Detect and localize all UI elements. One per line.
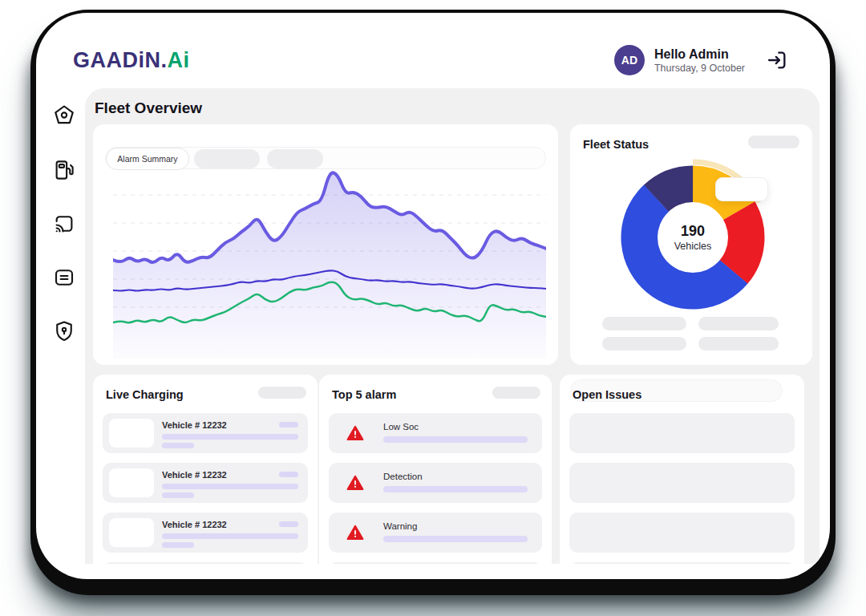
sidebar-item-home-icon[interactable]: [50, 101, 79, 130]
warning-triangle-icon: [346, 474, 364, 492]
tablet-frame: GAADiN.Ai AD Hello Admin Thursday, 9 Oct…: [30, 10, 836, 595]
vehicle-label: Vehicle # 12232: [162, 420, 227, 430]
live-charging-card: Live Charging Vehicle # 12232Vehicle # 1…: [93, 375, 318, 564]
brand-logo-primary: GAADiN.: [73, 48, 168, 72]
open-issue-row-placeholder[interactable]: [569, 562, 795, 564]
alarm-label: Warning: [383, 521, 417, 531]
top-alarms-filter-placeholder[interactable]: [492, 387, 540, 399]
alarm-summary-card: Alarm Summary: [93, 124, 558, 365]
alarm-label: Detection: [383, 472, 423, 481]
sidebar-item-charging-icon[interactable]: [50, 156, 79, 184]
live-charging-filter-placeholder[interactable]: [258, 387, 306, 399]
sidebar-item-cast-icon[interactable]: [50, 209, 79, 238]
dashboard-content: Fleet Overview Alarm Summary Fleet Statu…: [85, 88, 819, 564]
open-issue-row-placeholder[interactable]: [569, 463, 795, 503]
charging-progress-bar: [162, 484, 298, 489]
charging-progress-bar: [162, 434, 298, 440]
fleet-status-title: Fleet Status: [583, 138, 649, 151]
vehicle-label: Vehicle # 12232: [162, 520, 227, 529]
warning-triangle-icon: [346, 424, 364, 442]
vehicle-count: 190: [674, 223, 712, 240]
open-issues-title: Open Issues: [573, 388, 641, 401]
vehicle-status-pill: [279, 422, 298, 428]
donut-tooltip: [715, 177, 768, 201]
charging-progress-sub-bar: [162, 492, 194, 498]
charging-progress-sub-bar: [162, 542, 194, 548]
app-screen: GAADiN.Ai AD Hello Admin Thursday, 9 Oct…: [36, 13, 830, 579]
top-alarms-title: Top 5 alarm: [332, 388, 396, 401]
user-text: Hello Admin Thursday, 9 October: [654, 47, 745, 74]
sidebar-item-list-icon[interactable]: [50, 263, 79, 292]
legend-placeholder-1: [602, 317, 686, 330]
vehicle-status-pill: [279, 521, 298, 527]
donut-center-label: 190 Vehicles: [674, 223, 712, 252]
header-user-area: AD Hello Admin Thursday, 9 October: [614, 45, 788, 75]
live-charging-row[interactable]: Vehicle # 12232: [103, 413, 308, 453]
top-alarms-list: Low SocDetectionWarning: [329, 413, 542, 564]
open-issue-row-placeholder[interactable]: [569, 413, 795, 453]
live-charging-row[interactable]: Vehicle # 12232: [103, 463, 308, 503]
vehicle-thumbnail: [109, 468, 154, 497]
open-issue-row-placeholder[interactable]: [569, 513, 795, 553]
live-charging-row[interactable]: [103, 562, 308, 564]
vehicle-count-label: Vehicles: [674, 241, 712, 252]
warning-triangle-icon: [346, 524, 364, 541]
charging-progress-bar: [162, 533, 298, 539]
alarm-summary-line-chart[interactable]: [113, 166, 546, 359]
greeting-text: Hello Admin: [654, 47, 745, 62]
date-text: Thursday, 9 October: [654, 63, 745, 74]
vehicle-thumbnail: [109, 419, 154, 448]
avatar: AD: [614, 45, 645, 75]
page-title: Fleet Overview: [95, 99, 202, 117]
open-issues-card: Open Issues: [560, 375, 804, 564]
live-charging-row[interactable]: Vehicle # 12232: [103, 513, 308, 553]
alarm-frequency-bar: [383, 436, 528, 443]
chart-area-fill: [113, 172, 546, 359]
alarm-frequency-bar: [383, 486, 528, 492]
vehicle-thumbnail: [109, 518, 154, 547]
page-background: GAADiN.Ai AD Hello Admin Thursday, 9 Oct…: [0, 0, 866, 616]
vehicle-label: Vehicle # 12232: [162, 470, 227, 480]
vehicle-status-pill: [279, 472, 298, 477]
alarm-row[interactable]: Detection: [329, 463, 542, 503]
open-issues-list: [569, 413, 795, 564]
charging-progress-sub-bar: [162, 443, 194, 448]
alarm-frequency-bar: [383, 536, 528, 542]
alarm-row[interactable]: Low Soc: [329, 413, 542, 453]
alarm-row[interactable]: Warning: [329, 513, 542, 553]
legend-placeholder-4: [698, 337, 779, 351]
live-charging-list: Vehicle # 12232Vehicle # 12232Vehicle # …: [103, 413, 308, 564]
brand-logo: GAADiN.Ai: [73, 48, 190, 73]
alarm-row[interactable]: [329, 562, 542, 564]
alarm-label: Low Soc: [383, 422, 419, 432]
top-alarms-card: Top 5 alarm Low SocDetectionWarning: [319, 375, 552, 564]
logout-icon[interactable]: [766, 49, 788, 71]
fleet-status-card: Fleet Status 190 Vehicles: [570, 124, 812, 365]
legend-placeholder-2: [698, 317, 779, 330]
sidebar-item-location-shield-icon[interactable]: [50, 317, 79, 346]
live-charging-title: Live Charging: [106, 388, 184, 401]
brand-logo-accent: Ai: [168, 48, 190, 72]
legend-placeholder-3: [602, 337, 686, 351]
fleet-status-filter-placeholder[interactable]: [748, 136, 799, 148]
